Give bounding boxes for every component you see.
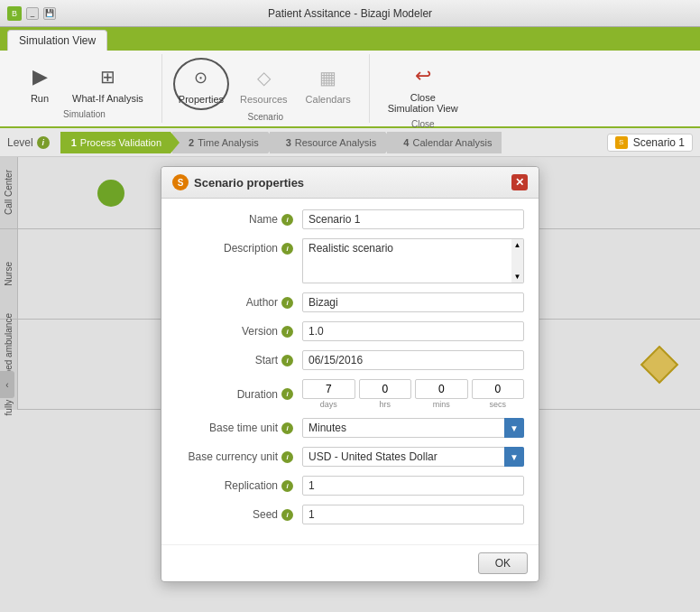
duration-mins-input[interactable] (415, 379, 468, 399)
base-currency-select-arrow: ▼ (504, 447, 524, 467)
scroll-down-button[interactable]: ▼ (511, 271, 523, 283)
seed-input[interactable] (302, 505, 524, 524)
name-label: Name i (176, 213, 302, 226)
base-time-info-icon: i (281, 422, 293, 434)
resources-button[interactable]: ◇ Resources (233, 60, 295, 108)
author-input[interactable] (302, 292, 524, 312)
modal-overlay: S Scenario properties ✕ Name i (0, 157, 700, 612)
scroll-up-button[interactable]: ▲ (511, 239, 523, 251)
calendars-button[interactable]: ▦ Calendars (299, 60, 358, 108)
name-info-icon: i (281, 214, 293, 226)
step-4[interactable]: 4 Calendar Analysis (387, 132, 501, 153)
base-time-unit-label: Base time unit i (176, 422, 302, 434)
version-info-icon: i (281, 326, 293, 338)
app-icon: B (7, 6, 22, 21)
scenario-properties-modal: S Scenario properties ✕ Name i (161, 166, 539, 582)
run-icon: ▶ (25, 62, 54, 91)
step-1[interactable]: 1 Process Validation (60, 132, 170, 153)
duration-label: Duration i (176, 388, 302, 401)
ok-button[interactable]: OK (478, 552, 528, 574)
replication-label: Replication i (176, 479, 302, 492)
step-3[interactable]: 3 Resource Analysis (270, 132, 386, 153)
base-currency-label: Base currency unit i (176, 450, 302, 463)
start-label: Start i (176, 354, 302, 366)
step-2[interactable]: 2 Time Analysis (172, 132, 268, 153)
modal-title: S Scenario properties (172, 174, 304, 190)
what-if-button[interactable]: ⊞ What-If Analysis (65, 59, 151, 107)
close-sim-icon: ↩ (409, 61, 438, 90)
seed-label: Seed i (176, 508, 302, 521)
name-input[interactable] (302, 209, 524, 229)
scenario-badge: S Scenario 1 (607, 134, 693, 152)
seed-info-icon: i (281, 509, 293, 521)
window-title: Patient Assitance - Bizagi Modeler (268, 7, 432, 20)
start-input[interactable] (302, 350, 524, 370)
base-time-select-arrow: ▼ (504, 418, 524, 438)
save-icon[interactable]: 💾 (43, 7, 56, 20)
author-label: Author i (176, 296, 302, 309)
run-button[interactable]: ▶ Run (18, 59, 61, 107)
version-input[interactable] (302, 321, 524, 341)
simulation-view-tab[interactable]: Simulation View (7, 30, 107, 51)
author-info-icon: i (281, 297, 293, 309)
duration-hrs-input[interactable] (359, 379, 412, 399)
calendars-icon: ▦ (314, 63, 343, 92)
base-currency-select[interactable]: USD - United States Dollar EUR - Euro GB… (302, 447, 524, 467)
duration-secs-input[interactable] (472, 379, 525, 399)
start-info-icon: i (281, 355, 293, 366)
replication-input[interactable] (302, 476, 524, 496)
what-if-icon: ⊞ (93, 62, 122, 91)
duration-info-icon: i (281, 388, 293, 400)
level-info-icon: i (37, 136, 50, 149)
description-info-icon: i (281, 243, 293, 255)
version-label: Version i (176, 325, 302, 338)
duration-days-input[interactable] (302, 379, 355, 399)
base-currency-info-icon: i (281, 451, 293, 463)
description-label: Description i (176, 238, 302, 255)
minimize-icon[interactable]: _ (26, 7, 39, 20)
description-input[interactable] (302, 238, 511, 283)
base-time-unit-select[interactable]: Minutes Hours Days (302, 418, 524, 438)
modal-close-button[interactable]: ✕ (511, 174, 528, 190)
resources-icon: ◇ (249, 63, 278, 92)
properties-icon: ⊙ (187, 63, 216, 92)
modal-icon: S (172, 174, 189, 190)
close-simulation-button[interactable]: ↩ Close Simulation View (381, 58, 465, 117)
properties-button[interactable]: ⊙ Properties (173, 58, 229, 110)
level-label: Level i (7, 136, 50, 149)
replication-info-icon: i (281, 480, 293, 492)
